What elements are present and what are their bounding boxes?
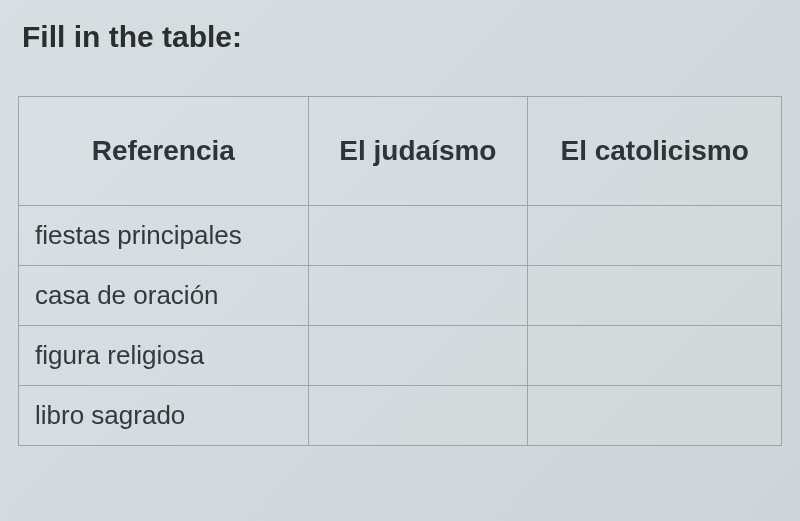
cell-fiestas-catolicismo[interactable] [528,206,782,266]
cell-libro-judaismo[interactable] [308,386,528,446]
row-label-figura: figura religiosa [19,326,309,386]
header-catolicismo: El catolicismo [528,97,782,206]
cell-casa-catolicismo[interactable] [528,266,782,326]
cell-libro-catolicismo[interactable] [528,386,782,446]
table-row: fiestas principales [19,206,782,266]
cell-casa-judaismo[interactable] [308,266,528,326]
table-row: figura religiosa [19,326,782,386]
cell-figura-catolicismo[interactable] [528,326,782,386]
row-label-casa: casa de oración [19,266,309,326]
row-label-libro: libro sagrado [19,386,309,446]
cell-fiestas-judaismo[interactable] [308,206,528,266]
header-referencia: Referencia [19,97,309,206]
header-judaismo: El judaísmo [308,97,528,206]
table-header-row: Referencia El judaísmo El catolicismo [19,97,782,206]
table-row: casa de oración [19,266,782,326]
instruction-text: Fill in the table: [22,20,782,54]
worksheet-table: Referencia El judaísmo El catolicismo fi… [18,96,782,446]
cell-figura-judaismo[interactable] [308,326,528,386]
table-row: libro sagrado [19,386,782,446]
row-label-fiestas: fiestas principales [19,206,309,266]
